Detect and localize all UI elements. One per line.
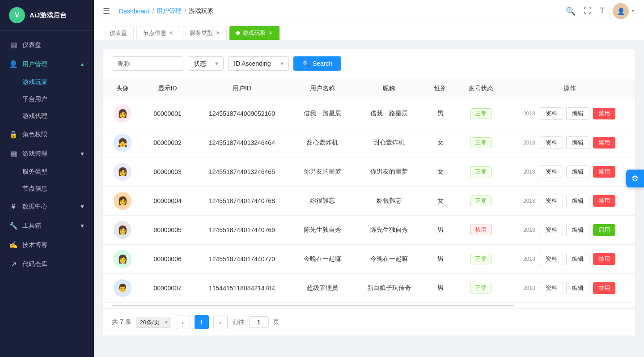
- info-button[interactable]: 资料: [540, 224, 563, 236]
- sidebar-item-label: 仪表盘: [22, 41, 41, 49]
- sidebar-item-role-perm[interactable]: 🔒 角色权限: [0, 125, 94, 144]
- cell-user-id: 1154415118084214784: [193, 274, 291, 303]
- cell-user-id: 1245518744013246464: [193, 128, 291, 157]
- cell-avatar: 👩: [103, 187, 142, 216]
- sidebar-item-label: 技术博客: [22, 241, 47, 249]
- edit-button[interactable]: 编辑: [566, 195, 589, 207]
- cell-username: 甜心轰炸机: [291, 128, 354, 157]
- sidebar-item-data-center[interactable]: ¥ 数据中心 ▼: [0, 197, 94, 216]
- cell-display-id: 00000005: [142, 216, 193, 245]
- ban-button[interactable]: 禁用: [593, 253, 615, 265]
- sidebar-item-game-player[interactable]: 游戏玩家: [0, 74, 94, 91]
- breadcrumb: Dashboard / 用户管理 / 游戏玩家: [119, 7, 561, 15]
- edit-button[interactable]: 编辑: [566, 166, 589, 178]
- tab-game-player[interactable]: 游戏玩家 ✕: [229, 26, 280, 40]
- info-button[interactable]: 资料: [540, 253, 563, 265]
- tab-service-type[interactable]: 服务类型 ✕: [183, 26, 227, 40]
- tab-dashboard[interactable]: 仪表盘: [103, 26, 134, 40]
- cell-display-id: 00000007: [142, 274, 193, 303]
- cell-avatar: 👧: [103, 128, 142, 157]
- lock-icon: 🔒: [9, 130, 18, 139]
- page-size-select[interactable]: 10条/页 20条/页 50条/页: [136, 317, 171, 328]
- cell-user-id: 1245518744017440769: [193, 216, 291, 245]
- prev-page-button[interactable]: ‹: [176, 315, 190, 329]
- edit-button[interactable]: 编辑: [566, 107, 589, 120]
- status-badge: 正常: [470, 166, 491, 177]
- tab-node-info[interactable]: 节点信息 ✕: [136, 26, 180, 40]
- cell-date: 2018: [523, 140, 535, 146]
- sidebar-item-toolbox[interactable]: 🔧 工具箱 ▼: [0, 216, 94, 235]
- search-label: Search: [313, 60, 332, 67]
- sidebar-item-platform-user[interactable]: 平台用户: [0, 91, 94, 108]
- sort-select[interactable]: ID Ascending ID Descending: [228, 56, 289, 71]
- cell-actions: 2018 资料 编辑 禁用: [504, 99, 635, 128]
- ban-button[interactable]: 禁用: [593, 108, 615, 119]
- sidebar-item-game-agent[interactable]: 游戏代理: [0, 108, 94, 125]
- sidebar-item-user-mgmt[interactable]: 👤 用户管理 ▲: [0, 55, 94, 74]
- gear-icon: ⚙: [631, 174, 639, 183]
- page-1-button[interactable]: 1: [195, 315, 209, 329]
- fullscreen-icon[interactable]: ⛶: [584, 6, 592, 16]
- cell-date: 2018: [523, 256, 535, 262]
- search-icon[interactable]: 🔍: [566, 6, 576, 16]
- col-username: 用户名称: [291, 78, 354, 99]
- pagination: 共 7 条 10条/页 20条/页 50条/页 ▼ ‹ 1 › 前往 页: [103, 308, 635, 336]
- user-avatar-button[interactable]: 👤 ▼: [613, 3, 635, 19]
- ban-button[interactable]: 禁用: [593, 282, 615, 294]
- cell-date: 2018: [523, 169, 535, 175]
- status-select[interactable]: 状态 正常 禁用: [188, 56, 224, 71]
- edit-button[interactable]: 编辑: [566, 136, 589, 149]
- tab-close-icon[interactable]: ✕: [169, 30, 174, 36]
- edit-button[interactable]: 编辑: [566, 282, 589, 294]
- cell-actions: 2018 资料 编辑 禁用: [504, 245, 635, 274]
- table-row: 👩 00000006 1245518744017440770 今晚在一起嘛 今晚…: [103, 245, 635, 274]
- tab-dot: [236, 31, 240, 35]
- nickname-input[interactable]: [112, 56, 183, 71]
- sidebar-item-service-type[interactable]: 服务类型: [0, 163, 94, 180]
- col-status: 账号状态: [457, 78, 504, 99]
- float-settings-button[interactable]: ⚙: [626, 170, 644, 187]
- cell-avatar: 👩: [103, 157, 142, 187]
- ban-button[interactable]: 禁用: [593, 195, 615, 207]
- horizontal-scrollbar[interactable]: [103, 303, 635, 308]
- goto-input[interactable]: [249, 316, 269, 328]
- font-size-icon[interactable]: T: [600, 6, 605, 16]
- cell-nickname: 你男友的噩梦: [354, 157, 424, 187]
- sidebar-menu: ▦ 仪表盘 👤 用户管理 ▲ 游戏玩家 平台用户 游戏代理 🔒 角色权限 ▦ 游…: [0, 31, 94, 357]
- tab-close-icon[interactable]: ✕: [216, 30, 220, 36]
- cell-avatar: 👩: [103, 99, 142, 128]
- cell-gender: 男: [424, 99, 457, 128]
- sidebar-item-game-mgmt[interactable]: ▦ 游戏管理 ▼: [0, 144, 94, 163]
- cell-avatar: 👨: [103, 274, 142, 303]
- avatar-arrow: ▼: [631, 8, 635, 13]
- ban-button[interactable]: 禁用: [593, 166, 615, 178]
- sidebar-item-code-repo[interactable]: ↗ 代码仓库: [0, 255, 94, 274]
- sidebar-item-dashboard[interactable]: ▦ 仪表盘: [0, 35, 94, 55]
- sidebar-item-tech-blog[interactable]: ✍ 技术博客: [0, 235, 94, 255]
- info-button[interactable]: 资料: [540, 107, 563, 120]
- cell-nickname: 陈先生独自秀: [354, 216, 424, 245]
- info-button[interactable]: 资料: [540, 166, 563, 178]
- edit-button[interactable]: 编辑: [566, 253, 589, 265]
- search-button[interactable]: 🔍 Search: [293, 56, 341, 71]
- chevron-down-icon: ▼: [80, 223, 85, 229]
- breadcrumb-dashboard[interactable]: Dashboard: [119, 8, 150, 15]
- table-row: 👩 00000004 1245518744017440768 妳很難忘 妳很難忘…: [103, 187, 635, 216]
- next-page-button[interactable]: ›: [213, 315, 228, 329]
- edit-button[interactable]: 编辑: [566, 224, 589, 236]
- hamburger-icon[interactable]: ☰: [103, 6, 110, 16]
- cell-date: 2018: [523, 285, 535, 291]
- enable-button[interactable]: 启用: [593, 224, 615, 236]
- info-button[interactable]: 资料: [540, 195, 563, 207]
- sidebar-item-node-info[interactable]: 节点信息: [0, 180, 94, 197]
- cell-display-id: 00000002: [142, 128, 193, 157]
- tab-close-icon[interactable]: ✕: [268, 30, 273, 36]
- ban-button[interactable]: 禁用: [593, 137, 615, 149]
- breadcrumb-user-mgmt[interactable]: 用户管理: [157, 7, 182, 15]
- goto-label: 前往: [232, 318, 245, 326]
- table-row: 👩 00000005 1245518744017440769 陈先生独自秀 陈先…: [103, 216, 635, 245]
- sort-select-wrapper: ID Ascending ID Descending ▼: [228, 56, 289, 71]
- info-button[interactable]: 资料: [540, 136, 563, 149]
- info-button[interactable]: 资料: [540, 282, 563, 294]
- status-badge: 禁用: [470, 225, 491, 235]
